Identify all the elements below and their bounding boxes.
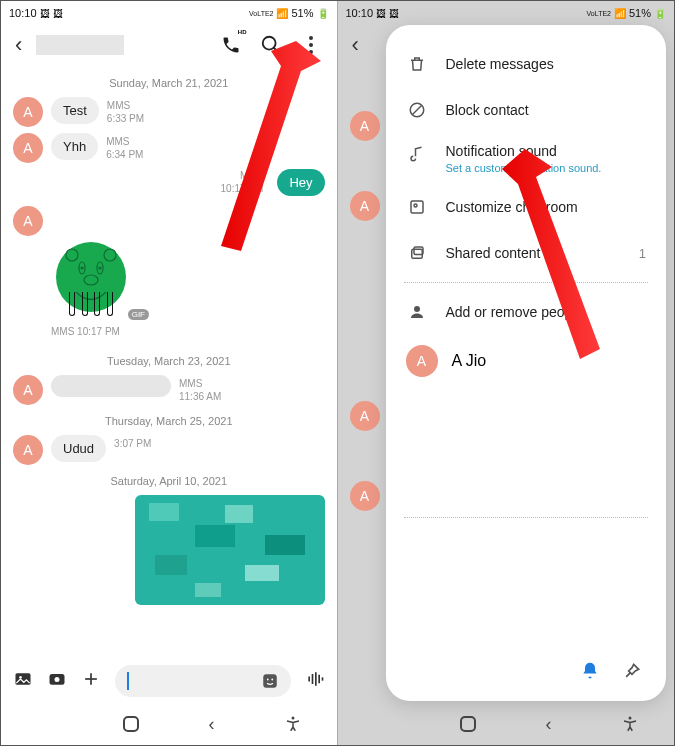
message-row[interactable]: A Test MMS 6:33 PM xyxy=(13,97,325,127)
status-bar: 10:10 🖼 🖼 VoLTE2 📶 51% 🔋 xyxy=(338,1,675,23)
call-button[interactable]: HD xyxy=(219,33,243,57)
trash-icon xyxy=(406,53,428,75)
menu-label: Shared content xyxy=(446,245,621,261)
audio-wave-icon xyxy=(305,669,325,689)
back-button[interactable]: ‹ xyxy=(11,32,26,58)
shared-count: 1 xyxy=(639,246,646,261)
nav-recents[interactable] xyxy=(372,723,390,725)
avatar: A xyxy=(350,401,380,431)
more-icon xyxy=(309,36,313,54)
separator xyxy=(404,282,649,283)
sticker-message[interactable]: GIF MMS 10:17 PM xyxy=(51,242,325,345)
svg-line-1 xyxy=(273,48,278,53)
message-input[interactable] xyxy=(115,665,291,697)
gif-badge: GIF xyxy=(128,309,149,320)
screen-options: 10:10 🖼 🖼 VoLTE2 📶 51% 🔋 ‹ A A A A xyxy=(338,1,675,745)
image-message[interactable] xyxy=(135,495,325,605)
menu-label: Block contact xyxy=(446,102,647,118)
svg-point-12 xyxy=(55,677,60,682)
message-bubble[interactable]: Yhh xyxy=(51,133,98,160)
svg-line-26 xyxy=(412,106,421,115)
nav-home[interactable] xyxy=(460,716,476,732)
menu-label: Customize chat room xyxy=(446,199,647,215)
avatar-column: A A A A xyxy=(350,111,380,511)
message-meta: MMS 11:36 AM xyxy=(179,375,221,403)
message-meta: MMS 10:17 PM xyxy=(221,169,264,195)
message-bubble[interactable]: Test xyxy=(51,97,99,124)
avatar[interactable]: A xyxy=(13,375,43,405)
battery-icon: 🔋 xyxy=(317,8,329,19)
battery-percent: 51% xyxy=(629,7,651,19)
message-meta: MMS 10:17 PM xyxy=(51,326,120,337)
pin-button[interactable] xyxy=(622,661,642,685)
gallery-button[interactable] xyxy=(13,669,33,693)
svg-point-31 xyxy=(414,306,420,312)
message-bubble[interactable]: Udud xyxy=(51,435,106,462)
svg-rect-15 xyxy=(263,674,277,688)
message-bubble[interactable] xyxy=(51,375,171,397)
back-button[interactable]: ‹ xyxy=(348,32,363,58)
contact-name[interactable] xyxy=(36,35,124,55)
svg-point-28 xyxy=(414,204,417,207)
avatar: A xyxy=(350,481,380,511)
chat-header: ‹ HD xyxy=(1,23,337,67)
options-menu-sheet: Delete messages Block contact Notificati… xyxy=(386,25,667,701)
avatar: A xyxy=(350,111,380,141)
notification-bell-button[interactable] xyxy=(580,661,600,685)
nav-back[interactable]: ‹ xyxy=(208,714,214,735)
pin-icon xyxy=(622,661,642,681)
search-button[interactable] xyxy=(259,33,283,57)
message-bubble[interactable]: Hey xyxy=(277,169,324,196)
person-icon xyxy=(406,301,428,323)
avatar[interactable]: A xyxy=(13,133,43,163)
volte-icon: VoLTE2 xyxy=(587,10,611,17)
accessibility-icon[interactable] xyxy=(621,715,639,733)
image-icon xyxy=(13,669,33,689)
voice-button[interactable] xyxy=(305,669,325,693)
menu-add-remove-people[interactable]: Add or remove people xyxy=(404,289,649,335)
menu-customize-chat-room[interactable]: Customize chat room xyxy=(404,184,649,230)
avatar[interactable]: A xyxy=(13,97,43,127)
svg-point-5 xyxy=(81,267,83,269)
message-row[interactable]: A MMS 11:36 AM xyxy=(13,375,325,405)
nav-recents[interactable] xyxy=(36,723,54,725)
svg-point-4 xyxy=(84,275,98,285)
battery-percent: 51% xyxy=(291,7,313,19)
date-label: Sunday, March 21, 2021 xyxy=(13,77,325,89)
message-row[interactable]: A xyxy=(13,206,325,236)
menu-delete-messages[interactable]: Delete messages xyxy=(404,41,649,87)
more-options-button[interactable] xyxy=(299,33,323,57)
status-time: 10:10 xyxy=(9,7,37,19)
screen-chat: 10:10 🖼 🖼 VoLTE2 📶 51% 🔋 ‹ HD xyxy=(1,1,338,745)
phone-icon xyxy=(221,35,241,55)
menu-block-contact[interactable]: Block contact xyxy=(404,87,649,133)
menu-label: Add or remove people xyxy=(446,304,647,320)
camera-button[interactable] xyxy=(47,669,67,693)
message-row[interactable]: A Yhh MMS 6:34 PM xyxy=(13,133,325,163)
nav-home[interactable] xyxy=(123,716,139,732)
signal-icon: 📶 xyxy=(614,8,626,19)
separator xyxy=(404,517,649,518)
chat-body[interactable]: Sunday, March 21, 2021 A Test MMS 6:33 P… xyxy=(1,67,337,657)
add-button[interactable] xyxy=(81,669,101,693)
menu-notification-sound[interactable]: Notification sound Set a custom notifica… xyxy=(404,133,649,184)
search-icon xyxy=(260,34,282,56)
svg-point-16 xyxy=(266,679,268,681)
message-row[interactable]: A Udud 3:07 PM xyxy=(13,435,325,465)
avatar[interactable]: A xyxy=(13,435,43,465)
contact-row[interactable]: A A Jio xyxy=(404,335,649,387)
android-navbar: ‹ xyxy=(1,703,337,745)
date-label: Saturday, April 10, 2021 xyxy=(13,475,325,487)
hd-badge: HD xyxy=(238,29,247,35)
android-navbar: ‹ xyxy=(338,703,675,745)
avatar[interactable]: A xyxy=(13,206,43,236)
camera-icon xyxy=(47,669,67,689)
accessibility-icon[interactable] xyxy=(284,715,302,733)
emoji-icon[interactable] xyxy=(261,672,279,690)
sticker-image: GIF xyxy=(51,242,131,322)
menu-footer xyxy=(404,653,649,689)
nav-back[interactable]: ‹ xyxy=(546,714,552,735)
menu-shared-content[interactable]: Shared content 1 xyxy=(404,230,649,276)
message-row-out[interactable]: MMS 10:17 PM Hey xyxy=(13,169,325,196)
music-note-icon xyxy=(406,143,428,165)
